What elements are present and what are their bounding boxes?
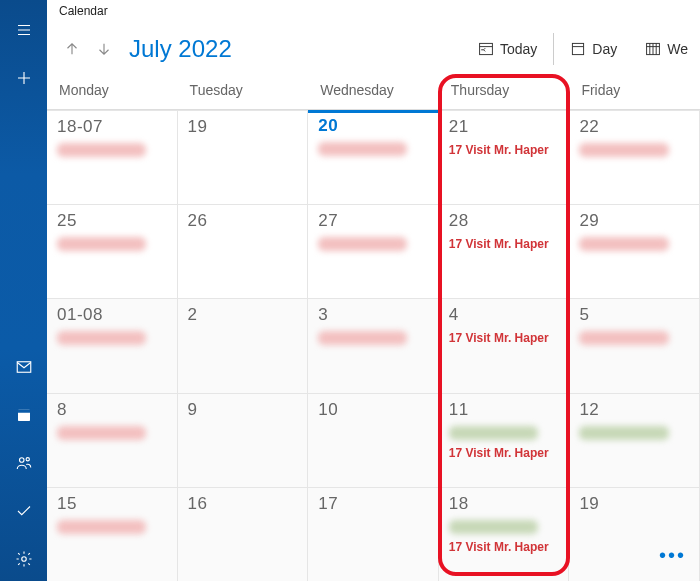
redacted-event bbox=[57, 237, 146, 251]
mail-button[interactable] bbox=[0, 349, 47, 385]
day-header: Wednesday bbox=[308, 74, 439, 109]
calendar-cell[interactable]: 27 bbox=[308, 204, 439, 298]
cell-date: 12 bbox=[579, 400, 691, 420]
add-button[interactable] bbox=[0, 60, 47, 96]
calendar-cell[interactable]: 2817 Visit Mr. Haper bbox=[439, 204, 570, 298]
calendar-cell[interactable]: 8 bbox=[47, 393, 178, 487]
redacted-event bbox=[579, 426, 668, 440]
calendar-icon bbox=[15, 406, 33, 424]
prev-button[interactable] bbox=[57, 34, 87, 64]
day-header: Monday bbox=[47, 74, 178, 109]
calendar-header: July 2022 Today Day We bbox=[47, 24, 700, 74]
next-button[interactable] bbox=[89, 34, 119, 64]
redacted-event bbox=[57, 143, 146, 157]
event-item[interactable]: 17 Visit Mr. Haper bbox=[449, 331, 561, 345]
cell-date: 5 bbox=[579, 305, 691, 325]
week-view-label: We bbox=[667, 41, 688, 57]
cell-date: 18-07 bbox=[57, 117, 169, 137]
redacted-event bbox=[449, 520, 538, 534]
check-icon bbox=[15, 502, 33, 520]
calendar-cell[interactable]: 25 bbox=[47, 204, 178, 298]
redacted-event bbox=[449, 426, 538, 440]
cell-date: 15 bbox=[57, 494, 169, 514]
mail-icon bbox=[14, 358, 34, 376]
cell-date: 19 bbox=[188, 117, 300, 137]
arrow-up-icon bbox=[63, 40, 81, 58]
calendar-cell[interactable]: 3 bbox=[308, 298, 439, 392]
hamburger-button[interactable] bbox=[0, 12, 47, 48]
todo-button[interactable] bbox=[0, 493, 47, 529]
today-button[interactable]: Today bbox=[464, 29, 551, 69]
day-header: Thursday bbox=[439, 74, 570, 109]
event-item[interactable]: 17 Visit Mr. Haper bbox=[449, 237, 561, 251]
cell-date: 19 bbox=[579, 494, 691, 514]
day-header: Tuesday bbox=[178, 74, 309, 109]
plus-icon bbox=[15, 69, 33, 87]
day-view-button[interactable]: Day bbox=[556, 29, 631, 69]
cell-date: 25 bbox=[57, 211, 169, 231]
more-button[interactable]: ••• bbox=[659, 544, 686, 567]
svg-rect-6 bbox=[480, 43, 493, 54]
calendar-cell[interactable]: 26 bbox=[178, 204, 309, 298]
people-button[interactable] bbox=[0, 445, 47, 481]
calendar-cell[interactable]: 2117 Visit Mr. Haper bbox=[439, 110, 570, 204]
calendar-cell[interactable]: 2 bbox=[178, 298, 309, 392]
calendar-cell[interactable]: 19 bbox=[178, 110, 309, 204]
calendar-cell[interactable]: 16 bbox=[178, 487, 309, 581]
month-title[interactable]: July 2022 bbox=[129, 35, 232, 63]
calendar-cell[interactable]: 17 bbox=[308, 487, 439, 581]
cell-date: 01-08 bbox=[57, 305, 169, 325]
calendar-cell[interactable]: 9 bbox=[178, 393, 309, 487]
week-icon bbox=[645, 41, 661, 57]
redacted-event bbox=[579, 143, 668, 157]
people-icon bbox=[15, 454, 33, 472]
cell-date: 11 bbox=[449, 400, 561, 420]
calendar-cell[interactable]: 417 Visit Mr. Haper bbox=[439, 298, 570, 392]
calendar-grid: 18-0719202117 Visit Mr. Haper22252627281… bbox=[47, 110, 700, 581]
calendar-cell[interactable]: 12 bbox=[569, 393, 700, 487]
event-item[interactable]: 17 Visit Mr. Haper bbox=[449, 143, 561, 157]
svg-rect-0 bbox=[17, 362, 31, 373]
today-label: Today bbox=[500, 41, 537, 57]
calendar-cell[interactable]: 10 bbox=[308, 393, 439, 487]
event-item[interactable]: 17 Visit Mr. Haper bbox=[449, 540, 561, 554]
calendar-cell[interactable]: 1817 Visit Mr. Haper bbox=[439, 487, 570, 581]
calendar-cell[interactable]: 22 bbox=[569, 110, 700, 204]
cell-date: 21 bbox=[449, 117, 561, 137]
calendar-cell[interactable]: 15 bbox=[47, 487, 178, 581]
event-item[interactable]: 17 Visit Mr. Haper bbox=[449, 446, 561, 460]
redacted-event bbox=[57, 331, 146, 345]
cell-date: 16 bbox=[188, 494, 300, 514]
today-icon bbox=[478, 41, 494, 57]
day-icon bbox=[570, 41, 586, 57]
week-view-button[interactable]: We bbox=[631, 29, 692, 69]
redacted-event bbox=[57, 520, 146, 534]
svg-point-3 bbox=[19, 458, 24, 463]
calendar-cell[interactable]: 29 bbox=[569, 204, 700, 298]
cell-date: 29 bbox=[579, 211, 691, 231]
cell-date: 28 bbox=[449, 211, 561, 231]
cell-date: 10 bbox=[318, 400, 430, 420]
calendar-button[interactable] bbox=[0, 397, 47, 433]
gear-icon bbox=[15, 550, 33, 568]
redacted-event bbox=[318, 331, 407, 345]
settings-button[interactable] bbox=[0, 541, 47, 577]
calendar-cell[interactable]: 5 bbox=[569, 298, 700, 392]
redacted-event bbox=[318, 237, 407, 251]
calendar-cell[interactable]: 1117 Visit Mr. Haper bbox=[439, 393, 570, 487]
svg-point-5 bbox=[21, 557, 26, 562]
redacted-event bbox=[318, 142, 407, 156]
calendar-cell[interactable]: 18-07 bbox=[47, 110, 178, 204]
toolbar-divider bbox=[553, 33, 554, 65]
redacted-event bbox=[57, 426, 146, 440]
calendar-cell[interactable]: 20 bbox=[308, 110, 439, 204]
day-headers: MondayTuesdayWednesdayThursdayFriday bbox=[47, 74, 700, 110]
arrow-down-icon bbox=[95, 40, 113, 58]
cell-date: 4 bbox=[449, 305, 561, 325]
day-header: Friday bbox=[569, 74, 700, 109]
calendar-cell[interactable]: 01-08 bbox=[47, 298, 178, 392]
cell-date: 20 bbox=[318, 116, 430, 136]
cell-date: 3 bbox=[318, 305, 430, 325]
svg-point-4 bbox=[26, 458, 29, 461]
redacted-event bbox=[579, 237, 668, 251]
